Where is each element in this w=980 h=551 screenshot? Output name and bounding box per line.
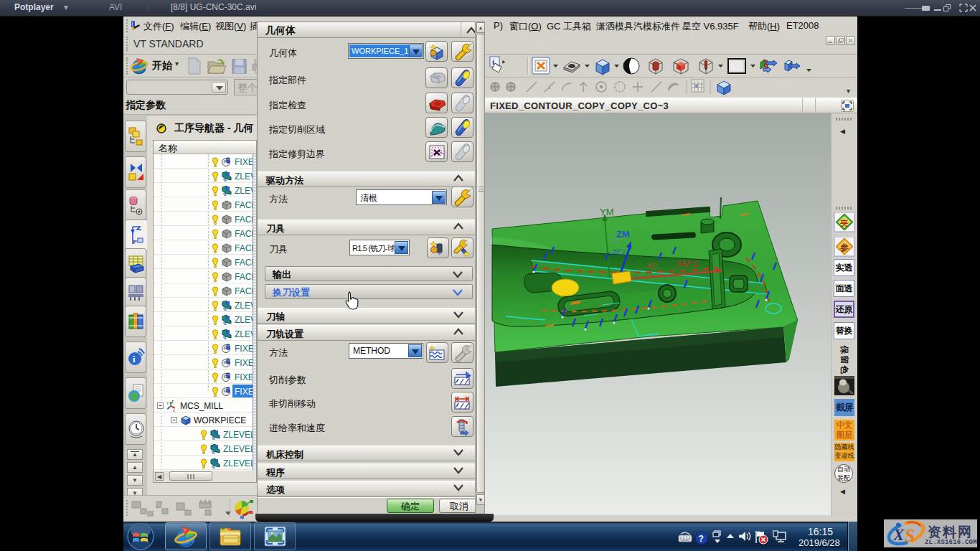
svg-text:S: S <box>905 526 915 545</box>
svg-text:i: i <box>133 354 136 364</box>
svg-text:YC: YC <box>611 237 621 245</box>
svg-text:X: X <box>892 526 905 544</box>
svg-text:参: 参 <box>839 242 849 253</box>
svg-text:YM: YM <box>600 207 614 217</box>
svg-text:ZC/: ZC/ <box>612 248 626 257</box>
svg-text:XC: XC <box>646 262 657 270</box>
svg-text:夹: 夹 <box>840 218 849 228</box>
svg-text:?: ? <box>699 534 704 544</box>
svg-text:XM C: XM C <box>676 258 699 269</box>
